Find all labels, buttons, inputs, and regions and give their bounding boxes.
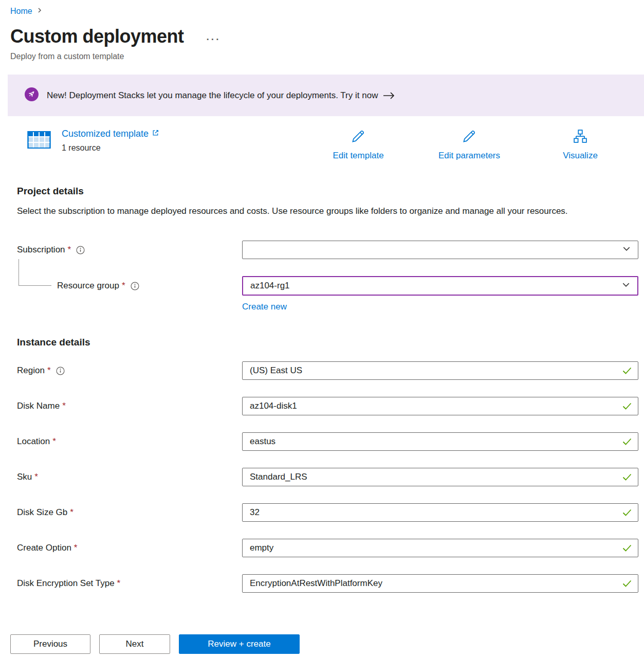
previous-button[interactable]: Previous <box>10 634 90 654</box>
disk-encryption-row: Disk Encryption Set Type * <box>17 574 638 593</box>
subscription-label: Subscription <box>17 245 65 255</box>
resource-group-label: Resource group <box>57 281 119 291</box>
chevron-down-icon <box>622 281 630 291</box>
disk-name-row: Disk Name * <box>17 397 638 415</box>
disk-size-input[interactable] <box>242 503 638 522</box>
resource-group-dropdown[interactable]: az104-rg1 <box>242 276 638 296</box>
edit-parameters-label: Edit parameters <box>438 151 500 161</box>
valid-check-icon <box>622 438 632 445</box>
visualize-button[interactable]: Visualize <box>539 129 621 161</box>
valid-check-icon <box>622 544 632 552</box>
template-resource-count: 1 resource <box>62 143 159 153</box>
edit-template-label: Edit template <box>333 151 383 161</box>
region-label: Region <box>17 365 45 376</box>
edit-parameters-button[interactable]: Edit parameters <box>428 129 510 161</box>
page-title: Custom deployment <box>10 26 184 47</box>
location-label: Location <box>17 436 50 447</box>
required-asterisk: * <box>62 401 66 411</box>
create-new-row: Create new <box>17 302 638 312</box>
disk-size-row: Disk Size Gb * <box>17 503 638 522</box>
chevron-down-icon <box>622 245 631 255</box>
subscription-row: Subscription * <box>17 241 638 259</box>
custom-deployment-page: Home Custom deployment ··· Deploy from a… <box>0 0 644 658</box>
location-row: Location * <box>17 432 638 451</box>
region-row: Region * <box>17 361 638 380</box>
region-input[interactable] <box>242 361 638 380</box>
project-details-heading: Project details <box>17 186 638 197</box>
next-button[interactable]: Next <box>99 634 170 654</box>
edit-template-button[interactable]: Edit template <box>317 129 399 161</box>
disk-name-input[interactable] <box>242 397 638 415</box>
valid-check-icon <box>622 367 632 374</box>
info-icon[interactable] <box>131 282 139 290</box>
disk-encryption-input[interactable] <box>242 574 638 593</box>
location-input[interactable] <box>242 432 638 451</box>
resource-group-tree-connector <box>19 259 51 286</box>
disk-encryption-label: Disk Encryption Set Type <box>17 578 115 589</box>
valid-check-icon <box>622 509 632 516</box>
breadcrumb-home-link[interactable]: Home <box>10 7 32 16</box>
valid-check-icon <box>622 473 632 481</box>
deployment-stacks-banner[interactable]: New! Deployment Stacks let you manage th… <box>8 75 644 116</box>
disk-size-label: Disk Size Gb <box>17 507 67 518</box>
external-link-icon <box>152 129 159 139</box>
footer-bar: Previous Next Review + create <box>0 624 644 658</box>
template-link-label: Customized template <box>62 129 149 139</box>
required-asterisk: * <box>74 543 78 553</box>
sitemap-icon <box>572 129 588 147</box>
valid-check-icon <box>622 403 632 410</box>
required-asterisk: * <box>47 365 51 376</box>
template-card: Customized template 1 resource Edit temp… <box>27 129 644 161</box>
resource-group-value: az104-rg1 <box>250 281 290 291</box>
sku-label: Sku <box>17 472 32 482</box>
visualize-label: Visualize <box>563 151 598 161</box>
customized-template-link[interactable]: Customized template <box>62 129 159 139</box>
create-option-label: Create Option <box>17 543 71 553</box>
required-asterisk: * <box>68 245 71 255</box>
page-subtitle: Deploy from a custom template <box>10 52 644 61</box>
arrow-right-icon <box>383 92 395 100</box>
valid-check-icon <box>622 580 632 587</box>
review-create-button[interactable]: Review + create <box>179 634 300 654</box>
sku-input[interactable] <box>242 468 638 486</box>
required-asterisk: * <box>70 507 73 518</box>
sku-row: Sku * <box>17 468 638 486</box>
subscription-dropdown[interactable] <box>242 241 638 259</box>
template-icon <box>27 129 51 154</box>
create-option-input[interactable] <box>242 539 638 557</box>
required-asterisk: * <box>117 578 121 589</box>
banner-message: New! Deployment Stacks let you manage th… <box>47 90 378 101</box>
required-asterisk: * <box>34 472 38 482</box>
disk-name-label: Disk Name <box>17 401 60 411</box>
breadcrumb: Home <box>10 5 644 17</box>
instance-details-heading: Instance details <box>17 337 638 348</box>
more-options-button[interactable]: ··· <box>207 34 221 45</box>
pencil-icon <box>462 129 477 147</box>
info-icon[interactable] <box>76 246 85 254</box>
create-new-link[interactable]: Create new <box>242 302 287 312</box>
create-option-row: Create Option * <box>17 539 638 557</box>
project-details-description: Select the subscription to manage deploy… <box>17 204 605 218</box>
required-asterisk: * <box>122 281 125 291</box>
breadcrumb-chevron-icon <box>36 6 43 16</box>
rocket-icon <box>25 87 39 104</box>
pencil-icon <box>351 129 366 147</box>
info-icon[interactable] <box>56 367 65 375</box>
resource-group-row: Resource group * az104-rg1 <box>17 276 638 296</box>
required-asterisk: * <box>52 436 56 447</box>
